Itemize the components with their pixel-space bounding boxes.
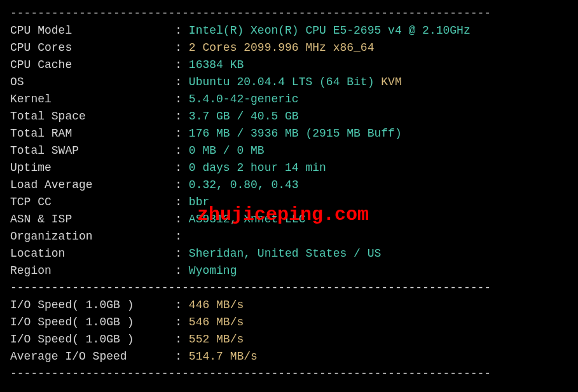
info-row: Load Average: 0.32, 0.80, 0.43 xyxy=(10,177,568,194)
colon: : xyxy=(175,22,189,39)
info-label: CPU Cores xyxy=(10,39,175,57)
info-value: Sheridan, United States / US xyxy=(189,245,381,262)
info-label: OS xyxy=(10,74,175,91)
info-row: Region: Wyoming xyxy=(10,262,568,280)
info-row: Uptime: 0 days 2 hour 14 min xyxy=(10,159,568,177)
info-label: Kernel xyxy=(10,91,175,108)
colon: : xyxy=(175,142,189,159)
separator-top: ----------------------------------------… xyxy=(10,5,568,22)
io-label: Average I/O Speed xyxy=(10,348,175,365)
info-value: AS9312, Xnnet LLC xyxy=(189,211,306,228)
colon: : xyxy=(175,74,189,91)
colon: : xyxy=(175,211,189,228)
info-value: 2 Cores 2099.996 MHz x86_64 xyxy=(189,39,375,57)
info-row: CPU Model: Intel(R) Xeon(R) CPU E5-2695 … xyxy=(10,22,568,39)
info-label: ASN & ISP xyxy=(10,211,175,228)
system-info-block: CPU Model: Intel(R) Xeon(R) CPU E5-2695 … xyxy=(10,22,568,280)
io-label: I/O Speed( 1.0GB ) xyxy=(10,331,175,348)
colon: : xyxy=(175,91,189,108)
info-value: 16384 KB xyxy=(189,57,244,74)
info-label: CPU Cache xyxy=(10,57,175,74)
colon: : xyxy=(175,39,189,57)
colon: : xyxy=(175,348,189,365)
info-row: Total Space: 3.7 GB / 40.5 GB xyxy=(10,108,568,125)
info-row: ASN & ISP: AS9312, Xnnet LLC xyxy=(10,211,568,228)
colon: : xyxy=(175,297,189,314)
info-row: Kernel: 5.4.0-42-generic xyxy=(10,91,568,108)
info-label: Organization xyxy=(10,228,175,245)
info-label: Uptime xyxy=(10,159,175,177)
colon: : xyxy=(175,314,189,331)
info-value: 0 days 2 hour 14 min xyxy=(189,159,326,177)
info-row: Location: Sheridan, United States / US xyxy=(10,245,568,262)
info-value: Wyoming xyxy=(189,262,237,280)
info-value: 3.7 GB / 40.5 GB xyxy=(189,108,299,125)
colon: : xyxy=(175,108,189,125)
colon: : xyxy=(175,245,189,262)
io-label: I/O Speed( 1.0GB ) xyxy=(10,297,175,314)
io-speed-block: I/O Speed( 1.0GB ): 446 MB/sI/O Speed( 1… xyxy=(10,297,568,365)
info-value: 176 MB / 3936 MB (2915 MB Buff) xyxy=(189,125,402,142)
io-row: I/O Speed( 1.0GB ): 546 MB/s xyxy=(10,314,568,331)
colon: : xyxy=(175,159,189,177)
io-row: Average I/O Speed: 514.7 MB/s xyxy=(10,348,568,365)
io-value: 514.7 MB/s xyxy=(189,348,258,365)
separator-mid: ----------------------------------------… xyxy=(10,280,568,297)
info-value: KVM xyxy=(381,74,401,91)
colon: : xyxy=(175,331,189,348)
info-value: 0.32, 0.80, 0.43 xyxy=(189,177,299,194)
colon: : xyxy=(175,177,189,194)
io-value: 552 MB/s xyxy=(189,331,244,348)
info-label: Total SWAP xyxy=(10,142,175,159)
colon: : xyxy=(175,125,189,142)
info-row: Total SWAP: 0 MB / 0 MB xyxy=(10,142,568,159)
colon: : xyxy=(175,194,189,211)
info-value: Intel(R) Xeon(R) CPU E5-2695 v4 @ 2.10GH… xyxy=(189,22,471,39)
info-row: OS: Ubuntu 20.04.4 LTS (64 Bit) KVM xyxy=(10,74,568,91)
colon: : xyxy=(175,228,189,245)
info-value: Ubuntu 20.04.4 LTS (64 Bit) xyxy=(189,74,381,91)
info-label: Region xyxy=(10,262,175,280)
io-value: 446 MB/s xyxy=(189,297,244,314)
info-row: TCP CC: bbr xyxy=(10,194,568,211)
separator-bottom: ----------------------------------------… xyxy=(10,365,568,382)
io-row: I/O Speed( 1.0GB ): 552 MB/s xyxy=(10,331,568,348)
colon: : xyxy=(175,262,189,280)
io-row: I/O Speed( 1.0GB ): 446 MB/s xyxy=(10,297,568,314)
info-row: CPU Cores: 2 Cores 2099.996 MHz x86_64 xyxy=(10,39,568,57)
io-label: I/O Speed( 1.0GB ) xyxy=(10,314,175,331)
info-value: bbr xyxy=(189,194,209,211)
info-value: 5.4.0-42-generic xyxy=(189,91,299,108)
io-value: 546 MB/s xyxy=(189,314,244,331)
info-row: Total RAM: 176 MB / 3936 MB (2915 MB Buf… xyxy=(10,125,568,142)
info-label: Total Space xyxy=(10,108,175,125)
info-value: 0 MB / 0 MB xyxy=(189,142,265,159)
colon: : xyxy=(175,57,189,74)
info-label: Location xyxy=(10,245,175,262)
info-label: CPU Model xyxy=(10,22,175,39)
info-row: Organization: xyxy=(10,228,568,245)
info-label: Total RAM xyxy=(10,125,175,142)
info-label: Load Average xyxy=(10,177,175,194)
info-label: TCP CC xyxy=(10,194,175,211)
info-row: CPU Cache: 16384 KB xyxy=(10,57,568,74)
